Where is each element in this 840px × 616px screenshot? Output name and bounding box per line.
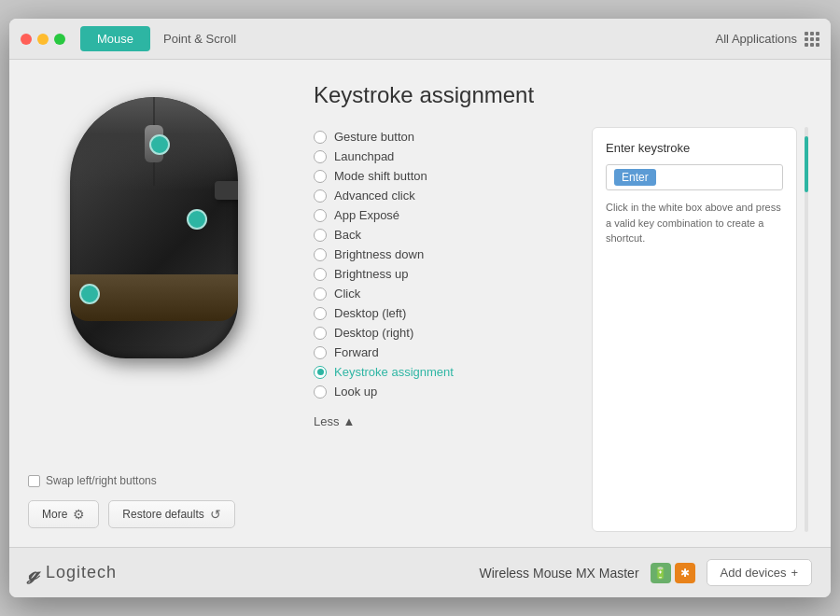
footer: ℊ Logitech Wireless Mouse MX Master 🔋 ✱ … xyxy=(9,547,831,597)
radio-circle xyxy=(314,385,327,399)
chevron-up-icon: ▲ xyxy=(343,414,355,428)
logitech-brand-label: Logitech xyxy=(46,563,117,582)
traffic-lights xyxy=(21,34,65,45)
maximize-button[interactable] xyxy=(54,34,65,45)
add-devices-label: Add devices xyxy=(721,566,787,580)
tab-mouse[interactable]: Mouse xyxy=(80,26,150,51)
radio-back[interactable]: Back xyxy=(314,225,573,245)
radio-circle xyxy=(314,170,327,183)
radio-list: Gesture button Launchpad Mode shift butt… xyxy=(314,127,573,532)
radio-label: Back xyxy=(334,228,361,242)
restore-icon: ↺ xyxy=(210,507,221,522)
radio-label: Brightness up xyxy=(334,267,409,281)
swap-label: Swap left/right buttons xyxy=(46,474,157,487)
bluetooth-icon: ✱ xyxy=(675,563,695,583)
logitech-icon: ℊ xyxy=(28,561,38,585)
radio-label: Gesture button xyxy=(334,130,414,144)
device-name: Wireless Mouse MX Master xyxy=(479,566,638,581)
radio-label: Desktop (left) xyxy=(334,306,406,320)
radio-label: Desktop (right) xyxy=(334,326,413,340)
more-button[interactable]: More ⚙ xyxy=(28,500,99,528)
tab-point-scroll[interactable]: Point & Scroll xyxy=(150,26,249,51)
dot-scroll-wheel[interactable] xyxy=(149,134,170,155)
radio-gesture-button[interactable]: Gesture button xyxy=(314,127,573,147)
footer-right: Wireless Mouse MX Master 🔋 ✱ Add devices… xyxy=(479,559,812,586)
restore-defaults-button[interactable]: Restore defaults ↺ xyxy=(108,500,234,528)
logitech-logo: ℊ Logitech xyxy=(28,561,117,585)
swap-checkbox[interactable] xyxy=(28,475,40,487)
radio-label-selected: Keystroke assignment xyxy=(334,365,454,379)
dot-side-button[interactable] xyxy=(187,209,207,230)
swap-checkbox-row: Swap left/right buttons xyxy=(28,474,280,487)
radio-brightness-down[interactable]: Brightness down xyxy=(314,245,573,264)
radio-circle xyxy=(314,268,327,281)
radio-circle xyxy=(314,346,327,359)
titlebar-right: All Applications xyxy=(716,32,819,47)
more-label: More xyxy=(42,508,67,521)
enter-keystroke-box: Enter keystroke Enter Click in the white… xyxy=(592,127,797,532)
add-devices-button[interactable]: Add devices + xyxy=(707,559,812,586)
radio-circle xyxy=(314,209,327,222)
device-icons: 🔋 ✱ xyxy=(651,563,695,583)
keystroke-hint: Click in the white box above and press a… xyxy=(606,200,783,246)
mouse-side-button xyxy=(215,181,238,200)
radio-label: Forward xyxy=(334,345,379,359)
keystroke-input-field[interactable]: Enter xyxy=(606,164,783,190)
radio-label: Launchpad xyxy=(334,149,394,163)
radio-label: Look up xyxy=(334,385,377,399)
radio-forward[interactable]: Forward xyxy=(314,343,573,362)
right-panel: Keystroke assignment Gesture button Laun… xyxy=(299,60,831,547)
titlebar: Mouse Point & Scroll All Applications xyxy=(9,19,831,60)
radio-brightness-up[interactable]: Brightness up xyxy=(314,264,573,284)
radio-circle xyxy=(314,248,327,261)
radio-circle xyxy=(314,131,327,144)
all-applications-label[interactable]: All Applications xyxy=(716,32,797,46)
radio-click[interactable]: Click xyxy=(314,284,573,303)
plus-icon: + xyxy=(791,566,798,580)
radio-mode-shift[interactable]: Mode shift button xyxy=(314,166,573,186)
radio-advanced-click[interactable]: Advanced click xyxy=(314,186,573,205)
radio-keystroke-assignment[interactable]: Keystroke assignment xyxy=(314,362,573,382)
dot-left-button[interactable] xyxy=(79,284,100,304)
radio-label: Brightness down xyxy=(334,247,424,261)
radio-circle-selected xyxy=(314,366,327,379)
keystroke-label: Enter keystroke xyxy=(606,141,783,155)
less-label: Less xyxy=(314,414,339,428)
radio-circle xyxy=(314,327,327,340)
minimize-button[interactable] xyxy=(37,34,49,45)
left-panel: Swap left/right buttons More ⚙ Restore d… xyxy=(9,60,299,547)
main-content: Swap left/right buttons More ⚙ Restore d… xyxy=(9,60,831,547)
battery-icon: 🔋 xyxy=(651,563,671,583)
bottom-buttons: More ⚙ Restore defaults ↺ xyxy=(28,500,280,528)
radio-circle xyxy=(314,229,327,242)
radio-look-up[interactable]: Look up xyxy=(314,382,573,401)
radio-circle xyxy=(314,307,327,320)
panel-title: Keystroke assignment xyxy=(314,82,808,108)
app-window: Mouse Point & Scroll All Applications xyxy=(9,19,831,597)
radio-label: Mode shift button xyxy=(334,169,427,183)
scrollbar-track[interactable] xyxy=(805,127,808,532)
radio-circle xyxy=(314,287,327,301)
scrollbar-thumb[interactable] xyxy=(805,136,808,192)
close-button[interactable] xyxy=(21,34,32,45)
enter-tag: Enter xyxy=(614,169,656,186)
grid-icon[interactable] xyxy=(805,32,819,47)
restore-label: Restore defaults xyxy=(122,508,203,521)
radio-label: Advanced click xyxy=(334,189,415,203)
radio-desktop-right[interactable]: Desktop (right) xyxy=(314,323,573,343)
mouse-visual xyxy=(51,88,257,386)
radio-launchpad[interactable]: Launchpad xyxy=(314,147,573,166)
radio-circle xyxy=(314,150,327,163)
radio-label: App Exposé xyxy=(334,208,399,222)
radio-circle xyxy=(314,189,327,203)
gear-icon: ⚙ xyxy=(73,507,85,522)
radio-desktop-left[interactable]: Desktop (left) xyxy=(314,303,573,323)
radio-app-expose[interactable]: App Exposé xyxy=(314,205,573,225)
content-row: Gesture button Launchpad Mode shift butt… xyxy=(314,127,808,532)
left-bottom: Swap left/right buttons More ⚙ Restore d… xyxy=(28,474,280,528)
less-button[interactable]: Less ▲ xyxy=(314,413,573,430)
radio-label: Click xyxy=(334,287,360,301)
